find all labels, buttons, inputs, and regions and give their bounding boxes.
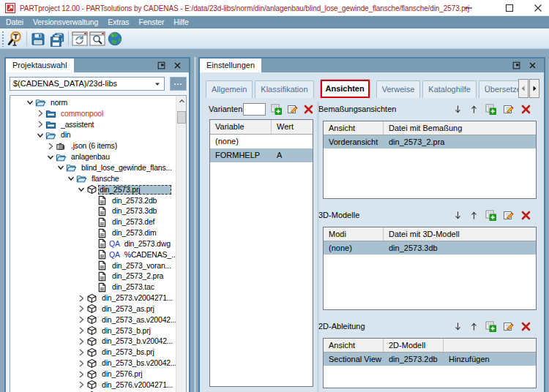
tree-item-din_2576.v2004271...[interactable]: din_2576.v2004271...	[10, 380, 176, 391]
tree-item-din_2573.2db[interactable]: din_2573.2db	[10, 195, 176, 206]
variants-input[interactable]	[243, 103, 266, 116]
scroll-up-icon[interactable]	[176, 96, 187, 107]
move-down-icon[interactable]	[453, 105, 463, 114]
tree-item-din_2573_voran...[interactable]: din_2573_voran...	[10, 260, 176, 271]
chevron-down-icon[interactable]	[56, 162, 66, 173]
delete-row-icon[interactable]	[520, 321, 531, 332]
variants-splitter[interactable]	[317, 102, 319, 392]
maximize-button[interactable]	[495, 0, 524, 16]
scrollbar-thumb[interactable]	[177, 111, 186, 124]
tree-item-din_2573_as.prj[interactable]: din_2573_as.prj	[10, 304, 176, 314]
chevron-right-icon[interactable]	[35, 108, 45, 118]
table-row[interactable]: (none)din_2573.3db	[324, 241, 536, 255]
tabs-scroll-left-button[interactable]	[518, 79, 529, 98]
combobox-dropdown-icon[interactable]	[152, 78, 163, 89]
add-row-icon[interactable]	[485, 321, 496, 332]
add-row-icon[interactable]	[485, 210, 496, 221]
menu-item-versionsverwaltung[interactable]: Versionsverwaltung	[31, 16, 100, 29]
globe-button[interactable]	[106, 30, 124, 48]
move-down-icon[interactable]	[453, 322, 463, 331]
tree-item-din_2576.prj[interactable]: din_2576.prj	[10, 369, 176, 380]
chevron-right-icon[interactable]	[76, 293, 86, 304]
settings-panel-close-button[interactable]	[527, 60, 538, 71]
column-header[interactable]: Ansicht	[324, 339, 384, 352]
edit-variant-icon[interactable]	[287, 104, 298, 115]
tree-item-din_2573.v2004271...[interactable]: din_2573.v2004271...	[10, 293, 176, 304]
edit-row-icon[interactable]	[503, 104, 514, 115]
menu-item-datei[interactable]: Datei	[4, 16, 25, 29]
tree-item-din_2573_b.prj[interactable]: din_2573_b.prj	[10, 325, 176, 336]
tab-verweise[interactable]: Verweise	[376, 80, 421, 98]
tabs-scroll-right-button[interactable]	[529, 79, 539, 98]
menu-item-hilfe[interactable]: Hilfe	[172, 16, 190, 29]
panel-splitter[interactable]	[194, 57, 196, 392]
path-combobox[interactable]: $(CADENAS_DATA)/23d-libs	[10, 77, 165, 91]
settings-panel-float-button[interactable]	[511, 60, 522, 71]
chevron-right-icon[interactable]	[45, 141, 56, 151]
column-header[interactable]: Datei mit Bemaßung	[384, 121, 536, 135]
tree-item-din_2573.def[interactable]: din_2573.def	[10, 216, 176, 227]
table-row[interactable]: Vorderansichtdin_2573_2.pra	[324, 135, 536, 148]
tree-item-din[interactable]: din	[10, 130, 176, 141]
tree-item-din_2573_as.v20042...[interactable]: din_2573_as.v20042...	[10, 314, 176, 325]
column-header[interactable]: Variable	[210, 120, 272, 134]
tree-item-din_2573_b.v20042...[interactable]: din_2573_b.v20042...	[10, 336, 176, 347]
chevron-right-icon[interactable]	[76, 325, 86, 336]
tree-item-din_2573_bs.prj[interactable]: din_2573_bs.prj	[10, 347, 176, 358]
menu-item-extras[interactable]: Extras	[106, 16, 130, 29]
tree-item-din_2573.prj[interactable]: din_2573.prj	[10, 184, 176, 195]
chevron-right-icon[interactable]	[76, 347, 86, 358]
chevron-right-icon[interactable]	[76, 358, 86, 369]
delete-row-icon[interactable]	[520, 104, 531, 115]
delete-row-icon[interactable]	[520, 210, 531, 221]
window-search-button[interactable]	[89, 30, 106, 48]
column-header[interactable]: Ansicht	[324, 121, 384, 135]
chevron-down-icon[interactable]	[76, 184, 86, 195]
chevron-right-icon[interactable]	[76, 314, 86, 325]
tree-item-din_2573_bs.v20042...[interactable]: din_2573_bs.v20042...	[10, 358, 176, 369]
tree-item-din_2573.tac[interactable]: din_2573.tac	[10, 282, 176, 293]
tree-item-flansche[interactable]: flansche	[10, 173, 176, 184]
move-up-icon[interactable]	[469, 211, 479, 220]
edit-row-icon[interactable]	[503, 321, 514, 332]
chevron-down-icon[interactable]	[45, 152, 56, 162]
browse-button[interactable]: ...	[170, 77, 187, 91]
tree-item-din_2573.dim[interactable]: din_2573.dim	[10, 227, 176, 238]
close-button[interactable]	[523, 0, 549, 16]
delete-variant-icon[interactable]	[303, 104, 314, 115]
tab-ansichten[interactable]: Ansichten	[320, 79, 370, 98]
chevron-right-icon[interactable]	[76, 304, 86, 314]
add-variant-icon[interactable]	[271, 104, 282, 115]
column-header[interactable]	[444, 339, 536, 352]
tree-item-anlagenbau[interactable]: anlagenbau	[10, 151, 176, 162]
window-sync-button[interactable]	[71, 30, 89, 48]
chevron-down-icon[interactable]	[66, 173, 76, 184]
column-header[interactable]: Wert	[272, 120, 313, 134]
add-row-icon[interactable]	[485, 104, 496, 115]
tree-item-din_2573.3db[interactable]: din_2573.3db	[10, 206, 176, 216]
column-header[interactable]: 2D-Modell	[384, 339, 444, 352]
chevron-right-icon[interactable]	[35, 119, 45, 129]
tree-item-.json (6 items)[interactable]: .json (6 items)	[10, 140, 176, 151]
edit-row-icon[interactable]	[503, 210, 514, 221]
tree-item-din_2573_2.pra[interactable]: din_2573_2.pra	[10, 271, 176, 282]
tree-scrollbar[interactable]	[176, 96, 186, 392]
tab-kataloghilfe[interactable]: Kataloghilfe	[422, 80, 477, 98]
tree-item-norm[interactable]: norm	[10, 97, 176, 108]
project-panel-close-button[interactable]	[172, 60, 183, 71]
table-row[interactable]: (none)	[210, 135, 313, 148]
table-row[interactable]: Sectional Viewdin_2573.2dbHinzufügen	[324, 353, 536, 366]
tab-allgemein[interactable]: Allgemein	[206, 80, 253, 98]
move-down-icon[interactable]	[453, 211, 463, 220]
tree-item-%CADENAS_...[interactable]: QA%CADENAS_...	[10, 249, 176, 260]
save-button[interactable]	[29, 30, 47, 48]
menu-item-fenster[interactable]: Fenster	[137, 16, 165, 29]
column-header[interactable]: Modi	[324, 227, 384, 241]
column-header[interactable]: Datei mit 3D-Modell	[384, 227, 536, 241]
project-panel-float-button[interactable]	[156, 60, 167, 71]
tab-klassifikation[interactable]: Klassifikation	[255, 80, 313, 98]
move-up-icon[interactable]	[469, 322, 479, 331]
chevron-right-icon[interactable]	[76, 369, 86, 380]
tree-item-commonpool[interactable]: commonpool	[10, 108, 176, 119]
chevron-right-icon[interactable]	[76, 380, 86, 390]
